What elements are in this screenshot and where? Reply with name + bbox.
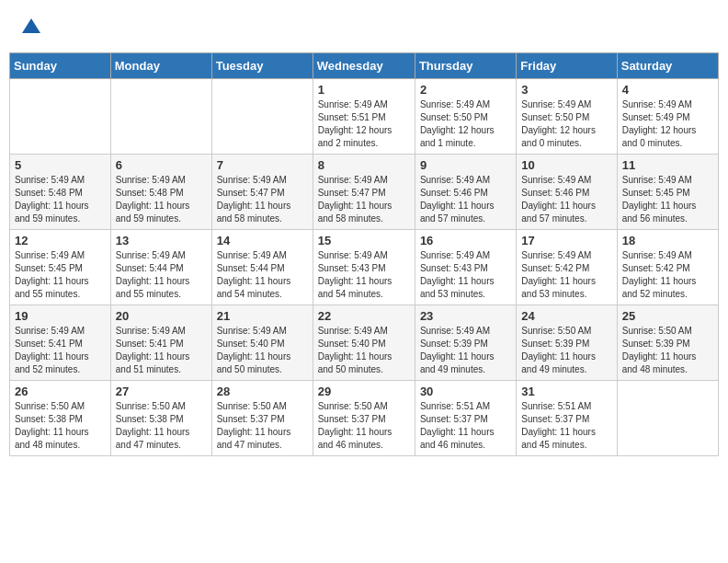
day-number: 18 bbox=[622, 234, 713, 247]
calendar-body: 1Sunrise: 5:49 AM Sunset: 5:51 PM Daylig… bbox=[10, 79, 719, 456]
day-info: Sunrise: 5:49 AM Sunset: 5:44 PM Dayligh… bbox=[217, 249, 308, 301]
calendar-cell: 15Sunrise: 5:49 AM Sunset: 5:43 PM Dayli… bbox=[313, 230, 415, 305]
day-info: Sunrise: 5:49 AM Sunset: 5:40 PM Dayligh… bbox=[217, 325, 308, 376]
day-number: 30 bbox=[420, 385, 511, 398]
day-number: 17 bbox=[521, 234, 611, 247]
day-info: Sunrise: 5:49 AM Sunset: 5:46 PM Dayligh… bbox=[420, 174, 511, 225]
day-number: 29 bbox=[318, 385, 410, 398]
calendar-cell bbox=[617, 381, 718, 456]
calendar-cell: 12Sunrise: 5:49 AM Sunset: 5:45 PM Dayli… bbox=[10, 230, 111, 305]
calendar-cell: 25Sunrise: 5:50 AM Sunset: 5:39 PM Dayli… bbox=[617, 305, 718, 381]
day-number: 24 bbox=[521, 309, 611, 323]
day-number: 1 bbox=[318, 83, 410, 97]
logo bbox=[18, 17, 42, 43]
day-number: 26 bbox=[15, 385, 106, 398]
calendar-cell bbox=[211, 79, 313, 155]
day-info: Sunrise: 5:50 AM Sunset: 5:37 PM Dayligh… bbox=[318, 400, 410, 452]
weekday-header-cell: Tuesday bbox=[211, 53, 313, 79]
day-number: 19 bbox=[15, 309, 106, 323]
day-info: Sunrise: 5:49 AM Sunset: 5:43 PM Dayligh… bbox=[318, 249, 410, 301]
day-info: Sunrise: 5:49 AM Sunset: 5:45 PM Dayligh… bbox=[15, 249, 106, 301]
day-number: 13 bbox=[116, 234, 207, 247]
calendar-cell: 31Sunrise: 5:51 AM Sunset: 5:37 PM Dayli… bbox=[517, 381, 617, 456]
day-number: 22 bbox=[318, 309, 410, 323]
day-number: 4 bbox=[622, 83, 713, 97]
weekday-header-cell: Monday bbox=[110, 53, 211, 79]
day-info: Sunrise: 5:49 AM Sunset: 5:41 PM Dayligh… bbox=[15, 325, 106, 376]
calendar-cell: 4Sunrise: 5:49 AM Sunset: 5:49 PM Daylig… bbox=[617, 79, 718, 155]
day-info: Sunrise: 5:49 AM Sunset: 5:44 PM Dayligh… bbox=[116, 249, 207, 301]
weekday-header-cell: Saturday bbox=[617, 53, 718, 79]
day-info: Sunrise: 5:49 AM Sunset: 5:41 PM Dayligh… bbox=[116, 325, 207, 376]
day-number: 23 bbox=[420, 309, 511, 323]
day-info: Sunrise: 5:49 AM Sunset: 5:48 PM Dayligh… bbox=[15, 174, 106, 225]
calendar-cell: 18Sunrise: 5:49 AM Sunset: 5:42 PM Dayli… bbox=[617, 230, 718, 305]
day-info: Sunrise: 5:50 AM Sunset: 5:39 PM Dayligh… bbox=[622, 325, 713, 376]
day-info: Sunrise: 5:49 AM Sunset: 5:49 PM Dayligh… bbox=[622, 98, 713, 150]
day-info: Sunrise: 5:51 AM Sunset: 5:37 PM Dayligh… bbox=[420, 400, 511, 452]
day-number: 21 bbox=[217, 309, 308, 323]
day-number: 2 bbox=[420, 83, 511, 97]
calendar-cell: 13Sunrise: 5:49 AM Sunset: 5:44 PM Dayli… bbox=[110, 230, 211, 305]
calendar-cell bbox=[110, 79, 211, 155]
weekday-header-cell: Wednesday bbox=[313, 53, 415, 79]
calendar-cell: 27Sunrise: 5:50 AM Sunset: 5:38 PM Dayli… bbox=[110, 381, 211, 456]
calendar-cell bbox=[10, 79, 111, 155]
day-info: Sunrise: 5:49 AM Sunset: 5:47 PM Dayligh… bbox=[217, 174, 308, 225]
calendar-cell: 10Sunrise: 5:49 AM Sunset: 5:46 PM Dayli… bbox=[517, 155, 617, 230]
calendar-cell: 11Sunrise: 5:49 AM Sunset: 5:45 PM Dayli… bbox=[617, 155, 718, 230]
calendar-cell: 1Sunrise: 5:49 AM Sunset: 5:51 PM Daylig… bbox=[313, 79, 415, 155]
calendar-week-row: 19Sunrise: 5:49 AM Sunset: 5:41 PM Dayli… bbox=[10, 305, 719, 381]
weekday-header-cell: Sunday bbox=[10, 53, 111, 79]
day-info: Sunrise: 5:50 AM Sunset: 5:38 PM Dayligh… bbox=[15, 400, 106, 452]
day-number: 7 bbox=[217, 158, 308, 172]
calendar-cell: 3Sunrise: 5:49 AM Sunset: 5:50 PM Daylig… bbox=[517, 79, 617, 155]
day-number: 5 bbox=[15, 158, 106, 172]
calendar-cell: 2Sunrise: 5:49 AM Sunset: 5:50 PM Daylig… bbox=[415, 79, 516, 155]
day-number: 27 bbox=[116, 385, 207, 398]
calendar-cell: 6Sunrise: 5:49 AM Sunset: 5:48 PM Daylig… bbox=[110, 155, 211, 230]
day-info: Sunrise: 5:49 AM Sunset: 5:47 PM Dayligh… bbox=[318, 174, 410, 225]
calendar-cell: 8Sunrise: 5:49 AM Sunset: 5:47 PM Daylig… bbox=[313, 155, 415, 230]
day-number: 14 bbox=[217, 234, 308, 247]
calendar-cell: 28Sunrise: 5:50 AM Sunset: 5:37 PM Dayli… bbox=[211, 381, 313, 456]
calendar: SundayMondayTuesdayWednesdayThursdayFrid… bbox=[9, 52, 719, 456]
calendar-week-row: 12Sunrise: 5:49 AM Sunset: 5:45 PM Dayli… bbox=[10, 230, 719, 305]
calendar-cell: 17Sunrise: 5:49 AM Sunset: 5:42 PM Dayli… bbox=[517, 230, 617, 305]
day-info: Sunrise: 5:49 AM Sunset: 5:50 PM Dayligh… bbox=[521, 98, 611, 150]
calendar-week-row: 26Sunrise: 5:50 AM Sunset: 5:38 PM Dayli… bbox=[10, 381, 719, 456]
day-number: 9 bbox=[420, 158, 511, 172]
header bbox=[9, 9, 719, 49]
day-number: 28 bbox=[217, 385, 308, 398]
calendar-cell: 7Sunrise: 5:49 AM Sunset: 5:47 PM Daylig… bbox=[211, 155, 313, 230]
calendar-cell: 26Sunrise: 5:50 AM Sunset: 5:38 PM Dayli… bbox=[10, 381, 111, 456]
day-number: 31 bbox=[521, 385, 611, 398]
calendar-cell: 24Sunrise: 5:50 AM Sunset: 5:39 PM Dayli… bbox=[517, 305, 617, 381]
day-number: 12 bbox=[15, 234, 106, 247]
day-info: Sunrise: 5:50 AM Sunset: 5:38 PM Dayligh… bbox=[116, 400, 207, 452]
day-info: Sunrise: 5:51 AM Sunset: 5:37 PM Dayligh… bbox=[521, 400, 611, 452]
weekday-header-row: SundayMondayTuesdayWednesdayThursdayFrid… bbox=[10, 53, 719, 79]
weekday-header-cell: Thursday bbox=[415, 53, 516, 79]
day-info: Sunrise: 5:49 AM Sunset: 5:42 PM Dayligh… bbox=[521, 249, 611, 301]
day-info: Sunrise: 5:49 AM Sunset: 5:40 PM Dayligh… bbox=[318, 325, 410, 376]
calendar-cell: 9Sunrise: 5:49 AM Sunset: 5:46 PM Daylig… bbox=[415, 155, 516, 230]
day-number: 15 bbox=[318, 234, 410, 247]
calendar-cell: 23Sunrise: 5:49 AM Sunset: 5:39 PM Dayli… bbox=[415, 305, 516, 381]
calendar-week-row: 1Sunrise: 5:49 AM Sunset: 5:51 PM Daylig… bbox=[10, 79, 719, 155]
day-info: Sunrise: 5:49 AM Sunset: 5:51 PM Dayligh… bbox=[318, 98, 410, 150]
day-number: 3 bbox=[521, 83, 611, 97]
calendar-cell: 29Sunrise: 5:50 AM Sunset: 5:37 PM Dayli… bbox=[313, 381, 415, 456]
day-number: 6 bbox=[116, 158, 207, 172]
day-number: 20 bbox=[116, 309, 207, 323]
day-number: 25 bbox=[622, 309, 713, 323]
weekday-header-cell: Friday bbox=[517, 53, 617, 79]
day-number: 10 bbox=[521, 158, 611, 172]
day-info: Sunrise: 5:49 AM Sunset: 5:42 PM Dayligh… bbox=[622, 249, 713, 301]
day-number: 11 bbox=[622, 158, 713, 172]
day-number: 8 bbox=[318, 158, 410, 172]
day-info: Sunrise: 5:49 AM Sunset: 5:50 PM Dayligh… bbox=[420, 98, 511, 150]
calendar-cell: 21Sunrise: 5:49 AM Sunset: 5:40 PM Dayli… bbox=[211, 305, 313, 381]
day-info: Sunrise: 5:49 AM Sunset: 5:43 PM Dayligh… bbox=[420, 249, 511, 301]
calendar-cell: 14Sunrise: 5:49 AM Sunset: 5:44 PM Dayli… bbox=[211, 230, 313, 305]
